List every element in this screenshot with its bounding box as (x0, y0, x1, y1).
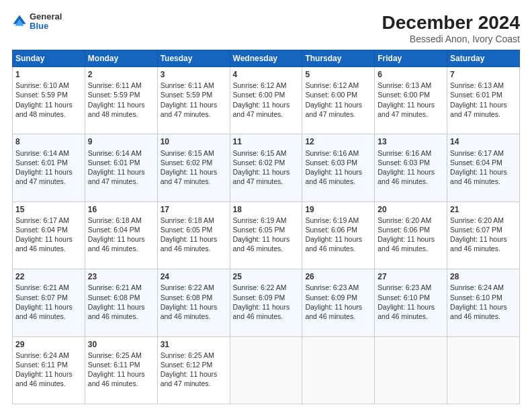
sunrise: Sunrise: 6:11 AM (88, 81, 142, 89)
sunset: Sunset: 6:00 PM (233, 91, 285, 99)
logo-blue: Blue (30, 21, 62, 31)
calendar-cell: 8Sunrise: 6:14 AMSunset: 6:01 PMDaylight… (13, 134, 85, 201)
calendar-cell: 3Sunrise: 6:11 AMSunset: 5:59 PMDaylight… (157, 67, 230, 134)
sunset: Sunset: 6:11 PM (15, 361, 68, 369)
logo: General Blue (12, 12, 62, 32)
col-friday: Friday (375, 50, 447, 67)
sunset: Sunset: 6:06 PM (378, 226, 430, 234)
calendar-cell: 20Sunrise: 6:20 AMSunset: 6:06 PMDayligh… (375, 201, 447, 269)
sunrise: Sunrise: 6:12 AM (305, 81, 359, 89)
daylight: Daylight: 11 hours and 47 minutes. (161, 101, 218, 118)
sunrise: Sunrise: 6:13 AM (450, 81, 504, 89)
day-number: 20 (378, 204, 444, 215)
sunrise: Sunrise: 6:20 AM (378, 216, 431, 224)
sunset: Sunset: 6:04 PM (450, 158, 502, 167)
day-number: 27 (378, 271, 444, 282)
day-number: 21 (450, 204, 517, 215)
calendar-cell: 9Sunrise: 6:14 AMSunset: 6:01 PMDaylight… (85, 134, 157, 201)
daylight: Daylight: 11 hours and 46 minutes. (15, 303, 73, 320)
daylight: Daylight: 11 hours and 46 minutes. (305, 235, 362, 253)
sunset: Sunset: 6:08 PM (161, 293, 213, 302)
sunrise: Sunrise: 6:16 AM (305, 149, 359, 157)
sunset: Sunset: 6:12 PM (161, 361, 213, 369)
day-number: 8 (15, 136, 82, 147)
calendar-cell: 26Sunrise: 6:23 AMSunset: 6:09 PMDayligh… (302, 269, 375, 336)
day-number: 10 (161, 136, 227, 147)
daylight: Daylight: 11 hours and 47 minutes. (161, 370, 218, 387)
daylight: Daylight: 11 hours and 47 minutes. (378, 101, 435, 118)
day-number: 30 (88, 339, 154, 350)
daylight: Daylight: 11 hours and 47 minutes. (305, 101, 362, 118)
sunset: Sunset: 6:01 PM (450, 91, 502, 99)
calendar-cell: 23Sunrise: 6:21 AMSunset: 6:08 PMDayligh… (85, 269, 157, 336)
sunset: Sunset: 6:09 PM (233, 293, 285, 302)
day-number: 31 (161, 339, 227, 350)
sunrise: Sunrise: 6:18 AM (161, 216, 214, 224)
daylight: Daylight: 11 hours and 47 minutes. (233, 168, 290, 185)
col-monday: Monday (85, 50, 157, 67)
sunset: Sunset: 6:06 PM (305, 226, 357, 234)
day-number: 28 (450, 271, 517, 282)
page: General Blue December 2024 Bessedi Anon,… (0, 0, 532, 411)
calendar-cell (447, 336, 520, 404)
sunset: Sunset: 6:04 PM (88, 226, 140, 234)
sunrise: Sunrise: 6:21 AM (15, 283, 69, 291)
calendar-cell: 13Sunrise: 6:16 AMSunset: 6:03 PMDayligh… (375, 134, 447, 201)
calendar-cell: 19Sunrise: 6:19 AMSunset: 6:06 PMDayligh… (302, 201, 375, 269)
daylight: Daylight: 11 hours and 46 minutes. (233, 235, 290, 253)
col-wednesday: Wednesday (230, 50, 302, 67)
header-row: Sunday Monday Tuesday Wednesday Thursday… (13, 50, 520, 67)
sunrise: Sunrise: 6:25 AM (88, 351, 142, 359)
day-number: 17 (161, 204, 227, 215)
daylight: Daylight: 11 hours and 46 minutes. (88, 235, 145, 253)
col-saturday: Saturday (447, 50, 520, 67)
sunset: Sunset: 6:08 PM (88, 293, 140, 302)
day-number: 18 (233, 204, 300, 215)
day-number: 23 (88, 271, 154, 282)
header: General Blue December 2024 Bessedi Anon,… (12, 12, 520, 44)
calendar-cell: 21Sunrise: 6:20 AMSunset: 6:07 PMDayligh… (447, 201, 520, 269)
daylight: Daylight: 11 hours and 46 minutes. (88, 370, 145, 387)
daylight: Daylight: 11 hours and 46 minutes. (305, 303, 362, 320)
calendar-cell: 4Sunrise: 6:12 AMSunset: 6:00 PMDaylight… (230, 67, 302, 134)
calendar-cell: 1Sunrise: 6:10 AMSunset: 5:59 PMDaylight… (13, 67, 85, 134)
day-number: 12 (305, 136, 371, 147)
calendar-week-3: 15Sunrise: 6:17 AMSunset: 6:04 PMDayligh… (13, 201, 520, 269)
sunrise: Sunrise: 6:15 AM (161, 149, 214, 157)
day-number: 22 (15, 271, 82, 282)
day-number: 16 (88, 204, 154, 215)
sunrise: Sunrise: 6:24 AM (15, 351, 69, 359)
daylight: Daylight: 11 hours and 48 minutes. (88, 101, 145, 118)
calendar-cell: 11Sunrise: 6:15 AMSunset: 6:02 PMDayligh… (230, 134, 302, 201)
sunrise: Sunrise: 6:18 AM (88, 216, 142, 224)
day-number: 14 (450, 136, 517, 147)
calendar-body: 1Sunrise: 6:10 AMSunset: 5:59 PMDaylight… (13, 67, 520, 404)
calendar-cell: 5Sunrise: 6:12 AMSunset: 6:00 PMDaylight… (302, 67, 375, 134)
sunset: Sunset: 6:02 PM (161, 158, 213, 167)
sunrise: Sunrise: 6:23 AM (305, 283, 359, 291)
sunrise: Sunrise: 6:12 AM (233, 81, 287, 89)
day-number: 3 (161, 69, 227, 80)
sunset: Sunset: 6:11 PM (88, 361, 140, 369)
day-number: 26 (305, 271, 371, 282)
logo-icon (12, 14, 27, 29)
daylight: Daylight: 11 hours and 46 minutes. (233, 303, 290, 320)
sunrise: Sunrise: 6:11 AM (161, 81, 214, 89)
sunrise: Sunrise: 6:17 AM (450, 149, 504, 157)
sunset: Sunset: 6:00 PM (305, 91, 357, 99)
sunset: Sunset: 5:59 PM (15, 91, 68, 99)
sunset: Sunset: 6:07 PM (15, 293, 68, 302)
daylight: Daylight: 11 hours and 46 minutes. (378, 168, 435, 185)
col-thursday: Thursday (302, 50, 375, 67)
day-number: 25 (233, 271, 300, 282)
calendar-cell: 16Sunrise: 6:18 AMSunset: 6:04 PMDayligh… (85, 201, 157, 269)
calendar-subtitle: Bessedi Anon, Ivory Coast (382, 34, 520, 44)
day-number: 9 (88, 136, 154, 147)
logo-text: General Blue (30, 12, 62, 32)
daylight: Daylight: 11 hours and 46 minutes. (305, 168, 362, 185)
daylight: Daylight: 11 hours and 47 minutes. (161, 168, 218, 185)
calendar-cell: 18Sunrise: 6:19 AMSunset: 6:05 PMDayligh… (230, 201, 302, 269)
calendar-cell: 7Sunrise: 6:13 AMSunset: 6:01 PMDaylight… (447, 67, 520, 134)
day-number: 24 (161, 271, 227, 282)
col-sunday: Sunday (13, 50, 85, 67)
